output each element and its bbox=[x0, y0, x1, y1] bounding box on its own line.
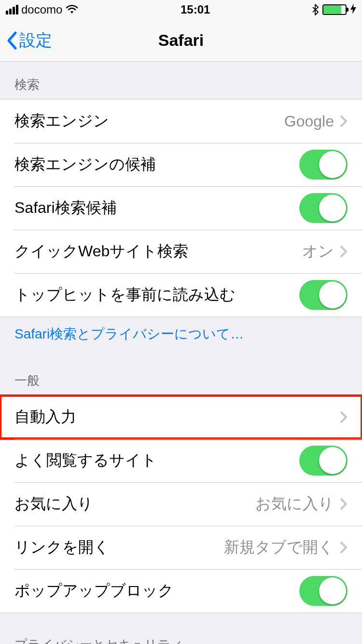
cell-label: よく閲覧するサイト bbox=[14, 450, 299, 471]
section-header-general: 一般 bbox=[0, 349, 362, 395]
cell-label: ポップアップブロック bbox=[14, 580, 299, 602]
chevron-right-icon bbox=[340, 541, 348, 554]
chevron-right-icon bbox=[340, 245, 348, 258]
group-search: 検索エンジン Google 検索エンジンの候補 Safari検索候補 クイックW… bbox=[0, 99, 362, 317]
cell-label: 自動入力 bbox=[14, 406, 340, 428]
nav-bar: 設定 Safari bbox=[0, 19, 362, 62]
cell-label: トップヒットを事前に読み込む bbox=[14, 284, 299, 306]
status-bar: docomo 15:01 bbox=[0, 0, 362, 19]
chevron-right-icon bbox=[340, 115, 348, 127]
cell-value: お気に入り bbox=[255, 493, 334, 515]
bluetooth-icon bbox=[312, 4, 319, 15]
cell-favorites[interactable]: お気に入り お気に入り bbox=[0, 482, 362, 526]
carrier-label: docomo bbox=[21, 3, 62, 16]
toggle-frequently-visited[interactable] bbox=[299, 446, 348, 476]
page-title: Safari bbox=[0, 31, 362, 50]
chevron-right-icon bbox=[340, 411, 348, 423]
status-right bbox=[312, 3, 356, 16]
cell-search-engine[interactable]: 検索エンジン Google bbox=[0, 99, 362, 143]
cell-open-links[interactable]: リンクを開く 新規タブで開く bbox=[0, 526, 362, 569]
back-chevron-icon bbox=[6, 31, 17, 50]
wifi-icon bbox=[65, 5, 79, 14]
cell-autofill[interactable]: 自動入力 bbox=[0, 395, 362, 439]
cell-preload-tophit[interactable]: トップヒットを事前に読み込む bbox=[0, 273, 362, 317]
back-label: 設定 bbox=[19, 29, 52, 52]
chevron-right-icon bbox=[340, 498, 348, 510]
cell-label: Safari検索候補 bbox=[14, 197, 299, 219]
back-button[interactable]: 設定 bbox=[0, 29, 52, 52]
cell-safari-suggestions[interactable]: Safari検索候補 bbox=[0, 186, 362, 230]
group-general: 自動入力 よく閲覧するサイト お気に入り お気に入り リンクを開く 新規タブで開… bbox=[0, 395, 362, 613]
toggle-popup-block[interactable] bbox=[299, 576, 348, 606]
section-header-privacy: プライバシーとセキュリティ bbox=[0, 613, 362, 644]
cell-label: リンクを開く bbox=[14, 537, 224, 558]
cell-value: オン bbox=[302, 241, 334, 262]
toggle-safari-suggestions[interactable] bbox=[299, 193, 348, 223]
cell-label: 検索エンジンの候補 bbox=[14, 154, 299, 175]
cell-engine-suggestions[interactable]: 検索エンジンの候補 bbox=[0, 143, 362, 186]
charging-icon bbox=[350, 3, 356, 16]
status-time: 15:01 bbox=[181, 3, 210, 16]
toggle-engine-suggestions[interactable] bbox=[299, 150, 348, 180]
status-left: docomo bbox=[6, 3, 79, 16]
cell-value: 新規タブで開く bbox=[224, 537, 334, 558]
search-privacy-link[interactable]: Safari検索とプライバシーについて… bbox=[0, 317, 362, 349]
cell-label: クイックWebサイト検索 bbox=[14, 241, 302, 262]
battery-icon bbox=[322, 4, 347, 15]
cell-quick-website-search[interactable]: クイックWebサイト検索 オン bbox=[0, 230, 362, 273]
cell-value: Google bbox=[284, 112, 334, 130]
toggle-preload-tophit[interactable] bbox=[299, 280, 348, 310]
cell-popup-block[interactable]: ポップアップブロック bbox=[0, 569, 362, 613]
section-header-search: 検索 bbox=[0, 62, 362, 99]
signal-icon bbox=[6, 5, 18, 14]
cell-label: お気に入り bbox=[14, 493, 255, 515]
cell-label: 検索エンジン bbox=[14, 111, 284, 132]
cell-frequently-visited[interactable]: よく閲覧するサイト bbox=[0, 439, 362, 482]
